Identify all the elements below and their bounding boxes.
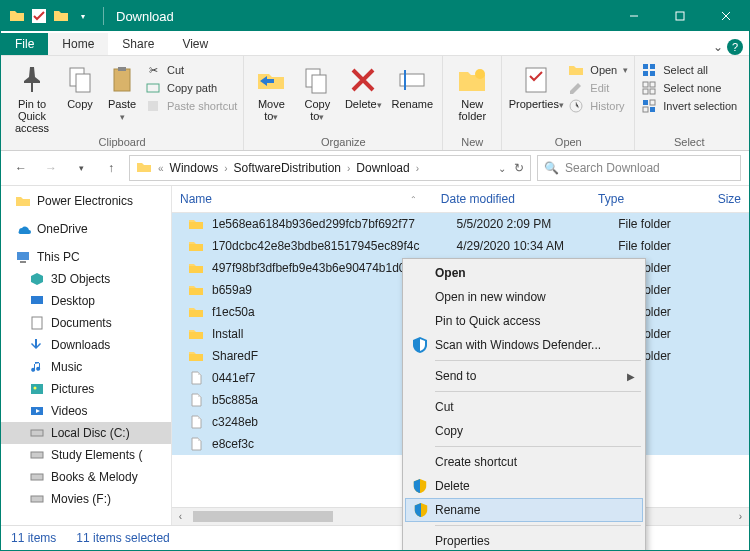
cut-button[interactable]: ✂Cut bbox=[145, 62, 237, 78]
paste-icon bbox=[106, 64, 138, 96]
nav-item[interactable]: Downloads bbox=[1, 334, 171, 356]
address-row: ← → ▾ ↑ « Windows› SoftwareDistribution›… bbox=[1, 151, 749, 186]
minimize-button[interactable] bbox=[611, 1, 657, 31]
select-none-icon bbox=[641, 80, 657, 96]
nav-item[interactable]: 3D Objects bbox=[1, 268, 171, 290]
file-icon bbox=[188, 436, 204, 452]
move-to-icon bbox=[255, 64, 287, 96]
folder-icon bbox=[188, 304, 204, 320]
nav-item[interactable]: Music bbox=[1, 356, 171, 378]
folder-icon bbox=[9, 8, 25, 24]
invert-selection-button[interactable]: Invert selection bbox=[641, 98, 737, 114]
address-bar[interactable]: « Windows› SoftwareDistribution› Downloa… bbox=[129, 155, 531, 181]
svg-rect-38 bbox=[31, 496, 43, 502]
ctx-create-shortcut[interactable]: Create shortcut bbox=[405, 450, 643, 474]
back-button[interactable]: ← bbox=[9, 156, 33, 180]
svg-rect-23 bbox=[650, 89, 655, 94]
nav-item[interactable]: Pictures bbox=[1, 378, 171, 400]
ctx-defender[interactable]: Scan with Windows Defender... bbox=[405, 333, 643, 357]
copy-button[interactable]: Copy bbox=[61, 60, 99, 110]
scroll-thumb[interactable] bbox=[193, 511, 333, 522]
crumb-1[interactable]: SoftwareDistribution› bbox=[234, 161, 351, 175]
select-none-button[interactable]: Select none bbox=[641, 80, 737, 96]
edit-button[interactable]: Edit bbox=[568, 80, 628, 96]
qat-checkbox-icon[interactable] bbox=[31, 8, 47, 24]
copy-to-button[interactable]: Copy to▾ bbox=[296, 60, 338, 122]
scroll-left-icon[interactable]: ‹ bbox=[172, 511, 189, 522]
nav-thispc[interactable]: This PC bbox=[1, 246, 171, 268]
tab-file[interactable]: File bbox=[1, 33, 48, 55]
thispc-icon bbox=[15, 249, 31, 265]
collapse-ribbon-icon[interactable]: ⌄ bbox=[713, 40, 723, 54]
svg-rect-5 bbox=[114, 69, 130, 91]
svg-rect-16 bbox=[643, 64, 648, 69]
nav-item[interactable]: Movies (F:) bbox=[1, 488, 171, 510]
maximize-button[interactable] bbox=[657, 1, 703, 31]
col-type[interactable]: Type bbox=[590, 186, 710, 212]
paste-shortcut-button[interactable]: Paste shortcut bbox=[145, 98, 237, 114]
ctx-pin-quick[interactable]: Pin to Quick access bbox=[405, 309, 643, 333]
ctx-open[interactable]: Open bbox=[405, 261, 643, 285]
properties-button[interactable]: Properties▾ bbox=[508, 60, 564, 110]
move-to-button[interactable]: Move to▾ bbox=[250, 60, 292, 122]
nav-icon bbox=[29, 337, 45, 353]
crumb-2[interactable]: Download› bbox=[356, 161, 419, 175]
delete-button[interactable]: Delete▾ bbox=[342, 60, 384, 110]
edit-icon bbox=[568, 80, 584, 96]
select-all-button[interactable]: Select all bbox=[641, 62, 737, 78]
nav-item[interactable]: Books & Melody bbox=[1, 466, 171, 488]
up-button[interactable]: ↑ bbox=[99, 156, 123, 180]
new-folder-icon bbox=[456, 64, 488, 96]
recent-dropdown-icon[interactable]: ▾ bbox=[69, 156, 93, 180]
address-dropdown-icon[interactable]: ⌄ bbox=[498, 163, 506, 174]
nav-item[interactable]: Desktop bbox=[1, 290, 171, 312]
new-folder-button[interactable]: New folder bbox=[449, 60, 495, 122]
col-size[interactable]: Size bbox=[710, 186, 749, 212]
history-button[interactable]: History bbox=[568, 98, 628, 114]
nav-item[interactable]: Local Disc (C:) bbox=[1, 422, 171, 444]
svg-rect-35 bbox=[31, 430, 43, 436]
qat-dropdown-icon[interactable]: ▾ bbox=[75, 8, 91, 24]
nav-onedrive[interactable]: OneDrive bbox=[1, 218, 171, 240]
copy-path-button[interactable]: Copy path bbox=[145, 80, 237, 96]
nav-item[interactable]: Documents bbox=[1, 312, 171, 334]
nav-icon bbox=[29, 469, 45, 485]
qat-folder-icon[interactable] bbox=[53, 8, 69, 24]
crumb-0[interactable]: Windows› bbox=[170, 161, 228, 175]
col-date[interactable]: Date modified bbox=[433, 186, 590, 212]
ctx-cut[interactable]: Cut bbox=[405, 395, 643, 419]
nav-icon bbox=[29, 359, 45, 375]
nav-item[interactable]: Power Electronics bbox=[1, 190, 171, 212]
ctx-delete[interactable]: Delete bbox=[405, 474, 643, 498]
ctx-rename[interactable]: Rename bbox=[405, 498, 643, 522]
tab-home[interactable]: Home bbox=[48, 33, 108, 55]
refresh-button[interactable]: ↻ bbox=[514, 161, 524, 175]
svg-rect-18 bbox=[643, 71, 648, 76]
paste-button[interactable]: Paste ▾ bbox=[103, 60, 141, 122]
tab-share[interactable]: Share bbox=[108, 33, 168, 55]
ctx-open-new-window[interactable]: Open in new window bbox=[405, 285, 643, 309]
group-label-open: Open bbox=[555, 134, 582, 148]
select-all-icon bbox=[641, 62, 657, 78]
help-icon[interactable]: ? bbox=[727, 39, 743, 55]
svg-rect-19 bbox=[650, 71, 655, 76]
nav-item[interactable]: Study Elements ( bbox=[1, 444, 171, 466]
scroll-right-icon[interactable]: › bbox=[732, 511, 749, 522]
rename-button[interactable]: Rename bbox=[388, 60, 436, 110]
ctx-send-to[interactable]: Send to▶ bbox=[405, 364, 643, 388]
copy-label: Copy bbox=[67, 98, 93, 110]
svg-rect-12 bbox=[404, 70, 406, 90]
col-name[interactable]: Name⌃ bbox=[172, 186, 433, 212]
pin-quick-access-button[interactable]: Pin to Quick access bbox=[7, 60, 57, 134]
ctx-copy[interactable]: Copy bbox=[405, 419, 643, 443]
open-button[interactable]: Open ▾ bbox=[568, 62, 628, 78]
nav-icon bbox=[29, 447, 45, 463]
ctx-properties[interactable]: Properties bbox=[405, 529, 643, 551]
tab-view[interactable]: View bbox=[168, 33, 222, 55]
svg-rect-37 bbox=[31, 474, 43, 480]
nav-item[interactable]: Videos bbox=[1, 400, 171, 422]
svg-rect-22 bbox=[643, 89, 648, 94]
close-button[interactable] bbox=[703, 1, 749, 31]
forward-button[interactable]: → bbox=[39, 156, 63, 180]
search-input[interactable]: 🔍 Search Download bbox=[537, 155, 741, 181]
